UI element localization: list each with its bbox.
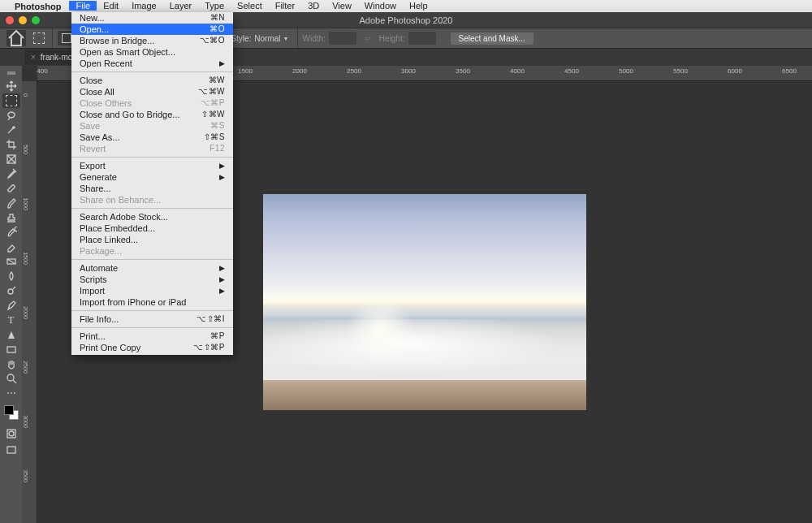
- menu-3d[interactable]: 3D: [301, 1, 326, 11]
- menu-layer[interactable]: Layer: [163, 1, 199, 11]
- menu-separator: [71, 157, 233, 158]
- ruler-h-tick: 2000: [292, 67, 307, 75]
- menu-separator: [71, 259, 233, 260]
- close-tab-icon[interactable]: ×: [31, 53, 36, 62]
- history-brush-tool[interactable]: [2, 225, 20, 240]
- menu-item-label: Save As...: [80, 132, 120, 143]
- menu-item-new[interactable]: New...⌘N: [71, 12, 233, 24]
- blur-tool[interactable]: [2, 269, 20, 283]
- quick-mask-button[interactable]: [2, 426, 20, 441]
- marquee-preset-icon[interactable]: [31, 31, 47, 45]
- menu-window[interactable]: Window: [358, 1, 403, 11]
- ruler-h-tick: 4000: [510, 67, 525, 75]
- menu-view[interactable]: View: [326, 1, 358, 11]
- canvas-image[interactable]: [263, 194, 586, 410]
- pen-tool[interactable]: [2, 298, 20, 313]
- menu-item-search-adobe-stock[interactable]: Search Adobe Stock...: [71, 211, 233, 223]
- ruler-v-tick: 1000: [23, 197, 28, 210]
- move-tool[interactable]: [2, 79, 20, 93]
- menu-item-browse-in-bridge[interactable]: Browse in Bridge...⌥⌘O: [71, 35, 233, 46]
- submenu-arrow-icon: ▶: [219, 274, 225, 285]
- ruler-h-tick: 6500: [782, 67, 797, 75]
- ruler-v-tick: 3500: [23, 469, 28, 482]
- foreground-color-swatch[interactable]: [4, 405, 14, 415]
- eyedropper-tool[interactable]: [2, 166, 20, 181]
- select-and-mask-button[interactable]: Select and Mask...: [451, 32, 533, 45]
- healing-brush-tool[interactable]: [2, 181, 20, 196]
- brush-tool[interactable]: [2, 196, 20, 210]
- menu-type[interactable]: Type: [198, 1, 231, 11]
- menu-item-open-recent[interactable]: Open Recent▶: [71, 58, 233, 69]
- eraser-tool[interactable]: [2, 240, 20, 254]
- menu-item-label: Share on Behance...: [80, 194, 161, 205]
- menu-separator: [71, 208, 233, 209]
- menu-image[interactable]: Image: [125, 1, 163, 11]
- frame-tool[interactable]: [2, 152, 20, 166]
- ruler-h-tick: 3000: [401, 67, 416, 75]
- menu-item-shortcut: ⇧⌘W: [201, 109, 225, 120]
- menu-item-label: Search Adobe Stock...: [80, 211, 168, 223]
- menu-item-label: Scripts: [80, 274, 107, 285]
- submenu-arrow-icon: ▶: [219, 171, 225, 183]
- menu-item-shortcut: ⌘W: [209, 75, 225, 86]
- lasso-tool[interactable]: [2, 108, 20, 123]
- gradient-tool[interactable]: [2, 254, 20, 269]
- chevron-down-icon[interactable]: ▾: [284, 35, 287, 42]
- shape-tool[interactable]: [2, 342, 20, 357]
- menu-item-label: Close: [80, 75, 102, 86]
- color-swatches[interactable]: [4, 405, 19, 420]
- vertical-ruler[interactable]: 05001000150020002500300035004000: [22, 81, 37, 523]
- menu-item-generate[interactable]: Generate▶: [71, 171, 233, 183]
- crop-tool[interactable]: [2, 137, 20, 152]
- menu-item-place-embedded[interactable]: Place Embedded...: [71, 223, 233, 234]
- menu-item-label: Close and Go to Bridge...: [80, 109, 180, 120]
- menu-edit[interactable]: Edit: [97, 1, 125, 11]
- edit-toolbar[interactable]: ⋯: [2, 386, 20, 400]
- menu-select[interactable]: Select: [231, 1, 269, 11]
- dodge-tool[interactable]: [2, 283, 20, 298]
- menu-item-close-and-go-to-bridge[interactable]: Close and Go to Bridge...⇧⌘W: [71, 109, 233, 120]
- type-tool[interactable]: T: [2, 313, 20, 327]
- menu-item-label: New...: [80, 12, 105, 24]
- menu-separator: [71, 327, 233, 328]
- clone-stamp-tool[interactable]: [2, 210, 20, 225]
- menu-item-label: Open...: [80, 24, 109, 35]
- menu-help[interactable]: Help: [403, 1, 434, 11]
- menu-file[interactable]: File: [69, 1, 97, 11]
- menu-item-shortcut: ⌘O: [209, 24, 225, 35]
- menu-item-print-one-copy[interactable]: Print One Copy⌥⇧⌘P: [71, 342, 233, 353]
- hand-tool[interactable]: [2, 357, 20, 371]
- svg-rect-1: [7, 184, 15, 192]
- home-button[interactable]: [6, 30, 26, 46]
- toolbar-grip[interactable]: [2, 69, 20, 77]
- menu-item-export[interactable]: Export▶: [71, 160, 233, 171]
- menu-item-print[interactable]: Print...⌘P: [71, 331, 233, 342]
- menu-item-shortcut: F12: [209, 143, 225, 154]
- menu-item-close-all[interactable]: Close All⌥⌘W: [71, 86, 233, 97]
- path-select-tool[interactable]: [2, 327, 20, 342]
- menu-item-import[interactable]: Import▶: [71, 285, 233, 296]
- marquee-tool[interactable]: [2, 93, 20, 108]
- menu-item-file-info[interactable]: File Info...⌥⇧⌘I: [71, 313, 233, 325]
- zoom-tool[interactable]: [2, 371, 20, 386]
- quick-select-tool[interactable]: [2, 123, 20, 137]
- ruler-v-tick: 500: [23, 145, 28, 154]
- app-name[interactable]: Photoshop: [15, 2, 61, 11]
- height-input: [408, 32, 436, 45]
- menu-item-close[interactable]: Close⌘W: [71, 75, 233, 86]
- menu-item-import-from-iphone-or-ipad[interactable]: Import from iPhone or iPad: [71, 296, 233, 308]
- menu-item-place-linked[interactable]: Place Linked...: [71, 234, 233, 245]
- menu-filter[interactable]: Filter: [269, 1, 301, 11]
- width-input: [329, 32, 356, 45]
- submenu-arrow-icon: ▶: [219, 262, 225, 274]
- menu-item-open[interactable]: Open...⌘O: [71, 24, 233, 35]
- menu-item-open-as-smart-object[interactable]: Open as Smart Object...: [71, 46, 233, 58]
- menu-item-scripts[interactable]: Scripts▶: [71, 274, 233, 285]
- macos-menubar: Photoshop FileEditImageLayerTypeSelectFi…: [0, 0, 812, 12]
- menu-item-shortcut: ⌥⇧⌘P: [193, 342, 225, 353]
- menu-item-share[interactable]: Share...: [71, 183, 233, 194]
- menu-item-automate[interactable]: Automate▶: [71, 262, 233, 274]
- menu-item-save-as[interactable]: Save As...⇧⌘S: [71, 132, 233, 143]
- style-select[interactable]: Normal: [254, 34, 280, 43]
- screen-mode-button[interactable]: [2, 443, 20, 457]
